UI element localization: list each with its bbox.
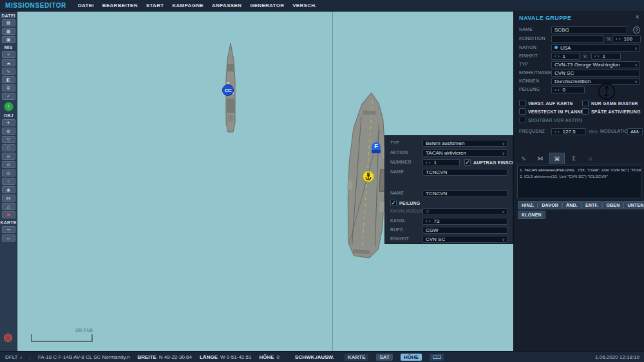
verst-auf-karte-checkbox[interactable] [519,100,526,106]
auftrag-einschalten-checkbox[interactable]: ✓ [464,159,471,166]
add-vehicle-icon: □ [7,146,10,150]
add-static-object-icon: ⊙ [6,162,10,167]
action-list-item[interactable]: 1. TACAN aktivieren(PEILUNG , 73X, "CGW"… [518,167,641,173]
add-shapes-button[interactable]: △ [2,203,15,210]
add-vehicle-button[interactable]: □ [2,144,15,151]
action-name-input[interactable]: TCNCVN [422,190,507,197]
oben-button[interactable]: OBEN [602,201,623,209]
kanalmodus-dropdown[interactable]: X [422,208,507,215]
änd-button[interactable]: ÄND. [562,201,582,209]
panel-tabs: ∿⋈⌘Σ⌂ [516,153,643,164]
davor-button[interactable]: DAVOR [538,201,562,209]
add-template-button[interactable]: ⋈ [2,195,15,202]
einheitname-label: EINHEITNAME [519,70,551,75]
open-mission-icon: ▦ [6,29,11,33]
skill-dropdown[interactable]: Durchschnittlich [551,78,640,85]
weather-icon: ☁ [6,61,11,65]
entf-button[interactable]: ENTF. [582,201,602,209]
kanal-spinner[interactable]: ‹ ›73 [422,218,507,225]
menu-item-generator[interactable]: GENERATOR [250,3,284,8]
hinz-button[interactable]: HINZ. [518,201,538,209]
tab-triggered-actions[interactable]: ⋈ [533,153,548,164]
peilung-checkbox-label: PEILUNG [399,201,421,205]
karte-view-button[interactable]: KARTE [345,354,369,361]
peilung-label: PEILUNG [519,87,540,91]
fly-mission-button[interactable]: ↑ [4,102,14,111]
briefing-button[interactable]: ≡ [2,51,15,58]
validate-mission-button[interactable]: ✓ [2,93,15,100]
einheit-total-spinner[interactable]: ‹ ›1 [591,53,621,60]
actions-list: 1. TACAN aktivieren(PEILUNG , 73X, "CGW"… [517,165,641,198]
einheit-count-spinner[interactable]: ‹ ›1 [551,53,580,60]
spaete-aktivierung-checkbox[interactable] [582,108,589,115]
hoehe-view-button[interactable]: HÖHE [401,354,422,361]
add-airplane-icon: ✈ [6,120,10,125]
add-trigger-zone-button[interactable]: ◎ [2,169,15,176]
add-helicopter-button[interactable]: ⊕ [2,128,15,135]
tab-cargo[interactable]: ⌂ [583,153,598,164]
einheit-dropdown[interactable]: CVN SC [422,236,507,243]
heading-compass[interactable] [598,82,616,100]
sichtbar-vor-aktivierung-checkbox[interactable] [519,117,526,123]
weather-button[interactable]: ☁ [2,59,15,66]
kondition-input[interactable] [551,35,604,43]
mission-options-button[interactable]: ≣ [2,84,15,91]
tab-summary[interactable]: Σ [566,153,582,164]
delete-object-button[interactable]: ✖ [2,211,15,218]
unit-type-dropdown[interactable]: CVN-73 George Washington [551,61,640,68]
typ-dropdown[interactable]: Befehl ausführen [422,140,507,147]
open-mission-button[interactable]: ▦ [2,28,15,35]
latitude-readout: BREITEN 49-22-30.64 [137,354,192,360]
aktion-dropdown[interactable]: TACAN aktivieren [422,149,507,157]
add-static-object-button[interactable]: ⊙ [2,161,15,168]
measure-distance-button[interactable]: ⊸ [2,226,15,233]
menu-item-kampagne[interactable]: KAMPAGNE [172,3,203,8]
menu-item-versch[interactable]: VERSCH. [292,3,317,8]
carrier-frequency-pin[interactable]: F [372,142,381,153]
group-name-input[interactable]: SCBG [551,26,627,33]
route-tool-button[interactable]: ∿ [2,68,15,75]
menu-item-datei[interactable]: DATEI [78,3,94,8]
add-zone-button[interactable]: ○ [2,178,15,185]
peilung-spinner[interactable]: ‹ ›0 [551,86,585,93]
destroyer-group-badge[interactable]: CC [222,84,234,96]
nummer-spinner[interactable]: ‹ ›1 [422,159,460,166]
profile-dropdown[interactable]: DFLT∨ [5,354,23,360]
close-icon[interactable]: ✕ [635,14,639,20]
unten-button[interactable]: UNTEN [623,201,644,209]
modulation-dropdown[interactable]: AM [627,128,643,135]
tab-advanced-actions[interactable]: ⌘ [549,153,565,164]
rufz-input[interactable]: CGW [422,227,507,234]
delete-object-icon: ✖ [6,213,10,217]
action-list-item[interactable]: 2. ICLS aktivieren(13, Unit "CVN SC") "I… [518,173,641,180]
help-icon[interactable]: ? [633,26,640,33]
einheit-label: EINHEIT [390,236,409,241]
new-mission-button[interactable]: ▤ [2,19,15,26]
exit-button[interactable]: ◦ [4,334,12,342]
klonen-button[interactable]: KLONEN [518,211,545,219]
add-airplane-button[interactable]: ✈ [2,119,15,126]
menu-item-start[interactable]: START [146,3,164,8]
trigger-editor-button[interactable]: ◧ [2,76,15,83]
kondition-unit: % [607,37,611,41]
carrier-anchor-marker[interactable] [363,171,374,182]
einheitname-input[interactable]: CVN SC [551,70,640,77]
versteckt-im-planner-checkbox[interactable] [519,108,526,115]
menu-item-bearbeiten[interactable]: BEARBEITEN [102,3,138,8]
add-ship-button[interactable]: ▽ [2,136,15,143]
add-submarine-button[interactable]: ◉ [2,186,15,193]
nur-game-master-checkbox[interactable] [582,100,589,106]
add-vehicle-group-button[interactable]: ∞ [2,153,15,160]
nation-dropdown[interactable]: USA [551,44,640,52]
menu-item-anpassen[interactable]: ANPASSEN [212,3,242,8]
peilung-checkbox[interactable]: ✓ [390,200,397,206]
save-mission-button[interactable]: ▣ [2,36,15,43]
frequenz-spinner[interactable]: ‹ ›127.5 [551,128,586,135]
measure-tool-button[interactable] [430,354,444,361]
name-input[interactable]: TCNCVN [422,169,507,176]
tab-waypoint-properties[interactable]: ∿ [516,153,531,164]
kondition-spinner[interactable]: ‹ ›100 [612,35,641,43]
add-zone-icon: ○ [7,179,10,184]
ruler-tool-button[interactable]: ↔ [2,234,15,242]
sat-view-button[interactable]: SAT [376,354,392,361]
